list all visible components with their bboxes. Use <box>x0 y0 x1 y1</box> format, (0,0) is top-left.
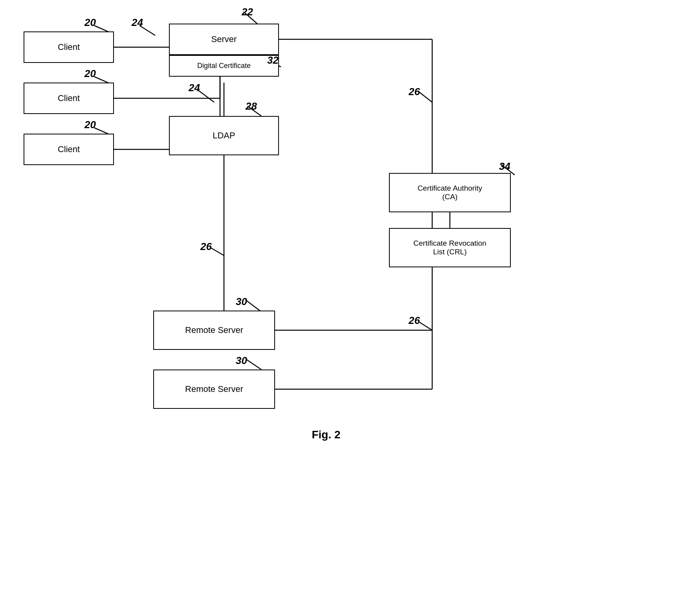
svg-line-21 <box>198 90 214 102</box>
ref-24b: 24 <box>189 82 200 94</box>
diagram: Client Client Client Server Digital Cert… <box>0 0 675 616</box>
cert-revocation-box: Certificate Revocation List (CRL) <box>389 228 511 267</box>
ref-22: 22 <box>242 6 253 18</box>
ref-20b: 20 <box>84 68 96 80</box>
ref-30a: 30 <box>236 296 247 308</box>
digital-cert-box: Digital Certificate <box>169 55 279 77</box>
client1-box: Client <box>24 31 114 63</box>
ref-28: 28 <box>246 100 257 112</box>
server-label: Server <box>211 34 237 44</box>
ref-34: 34 <box>499 160 510 173</box>
cert-authority-label: Certificate Authority (CA) <box>418 184 482 201</box>
svg-line-25 <box>420 322 432 330</box>
client3-label: Client <box>58 144 80 154</box>
ref-32: 32 <box>267 54 279 66</box>
remote-server2-box: Remote Server <box>153 370 275 409</box>
ref-20a: 20 <box>84 17 96 29</box>
cert-authority-box: Certificate Authority (CA) <box>389 173 511 212</box>
client3-box: Client <box>24 134 114 165</box>
client2-label: Client <box>58 93 80 103</box>
figure-caption: Fig. 2 <box>287 428 365 441</box>
remote-server1-box: Remote Server <box>153 311 275 350</box>
remote-server1-label: Remote Server <box>185 325 243 335</box>
server-box: Server <box>169 24 279 55</box>
ref-30b: 30 <box>236 355 247 367</box>
ref-26a: 26 <box>409 86 420 98</box>
ref-20c: 20 <box>84 119 96 131</box>
cert-revocation-label: Certificate Revocation List (CRL) <box>413 239 486 256</box>
remote-server2-label: Remote Server <box>185 384 243 394</box>
ref-26c: 26 <box>409 314 420 327</box>
digital-cert-label: Digital Certificate <box>197 62 251 70</box>
ldap-box: LDAP <box>169 116 279 155</box>
svg-line-28 <box>246 359 261 370</box>
svg-line-24 <box>420 92 432 102</box>
svg-line-27 <box>246 300 261 312</box>
ldap-label: LDAP <box>213 131 235 141</box>
svg-line-26 <box>211 248 224 256</box>
client2-box: Client <box>24 83 114 114</box>
ref-26b: 26 <box>200 241 212 253</box>
ref-24a: 24 <box>132 17 143 29</box>
client1-label: Client <box>58 42 80 52</box>
